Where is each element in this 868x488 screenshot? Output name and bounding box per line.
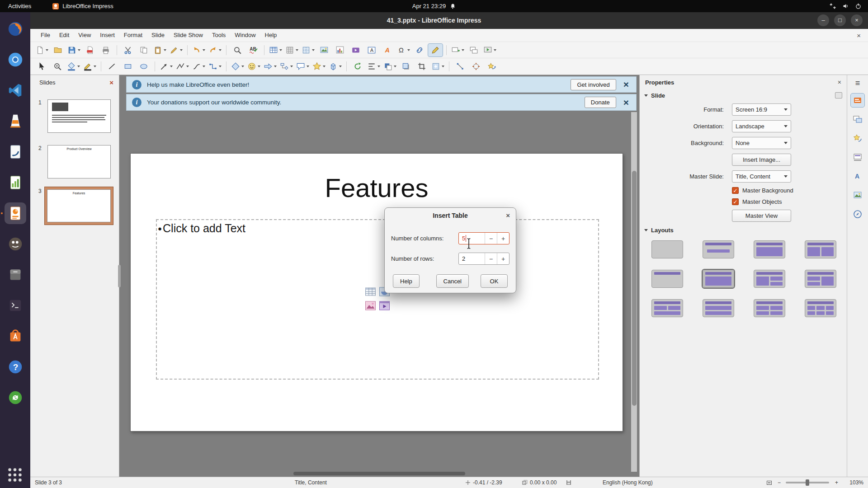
cancel-button[interactable]: Cancel xyxy=(436,274,469,288)
snap-guides-button[interactable] xyxy=(301,44,316,56)
dock-item-vlc[interactable] xyxy=(5,110,26,132)
slides-panel-close-button[interactable]: × xyxy=(109,79,113,86)
animation-button[interactable] xyxy=(485,60,499,73)
3d-objects-tool[interactable] xyxy=(328,60,343,73)
fontwork-button[interactable]: A xyxy=(380,44,395,56)
image-filter-button[interactable] xyxy=(430,60,445,73)
symbol-shapes-tool[interactable] xyxy=(246,60,261,73)
dock-item-terminal[interactable] xyxy=(5,295,26,316)
cut-button[interactable] xyxy=(121,44,135,56)
layout-option-4[interactable] xyxy=(805,240,836,258)
language-status[interactable]: English (Hong Kong) xyxy=(603,477,653,488)
insert-image-button[interactable] xyxy=(317,44,331,56)
clone-formatting-button[interactable] xyxy=(169,44,184,56)
tab-properties[interactable] xyxy=(851,94,864,107)
special-character-button[interactable]: Ω xyxy=(396,44,411,56)
tab-styles[interactable]: A xyxy=(851,169,864,183)
dock-item-help[interactable]: ? xyxy=(5,356,26,378)
master-view-button[interactable]: Master View xyxy=(732,210,791,222)
slide-2-thumbnail[interactable]: Product Overview xyxy=(47,145,111,178)
arrange-button[interactable] xyxy=(382,60,397,73)
minimize-button[interactable]: – xyxy=(817,14,829,26)
document-modified-indicator[interactable] xyxy=(566,477,571,488)
orientation-dropdown[interactable]: Landscape xyxy=(732,120,791,132)
layout-option-12[interactable] xyxy=(805,299,836,317)
placeholder-insert-table-icon[interactable] xyxy=(365,286,377,298)
fit-slide-button[interactable] xyxy=(766,477,772,488)
slide-title-text[interactable]: Features xyxy=(131,173,623,203)
dock-item-files[interactable] xyxy=(5,264,26,286)
dock-item-libreoffice-impress[interactable] xyxy=(5,202,26,224)
hyperlink-button[interactable] xyxy=(412,44,427,56)
start-slideshow-button[interactable] xyxy=(482,44,497,56)
undo-button[interactable] xyxy=(191,44,206,56)
layouts-section-header[interactable]: Layouts xyxy=(640,224,847,236)
dock-item-libreoffice-calc[interactable] xyxy=(5,172,26,193)
insert-text-box-button[interactable]: A xyxy=(364,44,379,56)
tab-navigator[interactable] xyxy=(851,207,864,221)
align-objects-button[interactable] xyxy=(366,60,381,73)
save-button[interactable] xyxy=(66,44,81,56)
format-dropdown[interactable]: Screen 16:9 xyxy=(732,103,791,116)
rows-decrement-button[interactable]: − xyxy=(485,253,497,264)
menu-slide[interactable]: Slide xyxy=(147,29,169,42)
insert-media-button[interactable] xyxy=(349,44,363,56)
zoom-slider[interactable] xyxy=(786,482,829,483)
menu-view[interactable]: View xyxy=(74,29,95,42)
menu-tools[interactable]: Tools xyxy=(208,29,230,42)
dialog-close-button[interactable]: × xyxy=(506,208,510,223)
connector-tool[interactable] xyxy=(208,60,222,73)
dock-item-vscode[interactable] xyxy=(5,80,26,101)
master-objects-checkbox[interactable]: ✓ xyxy=(732,198,739,205)
columns-decrement-button[interactable]: − xyxy=(485,233,497,244)
dock-item-libreoffice[interactable] xyxy=(5,141,26,163)
zoom-slider-thumb[interactable] xyxy=(806,479,809,486)
tab-animation[interactable] xyxy=(851,131,864,145)
insert-chart-button[interactable] xyxy=(333,44,347,56)
line-arrow-tool[interactable] xyxy=(159,60,174,73)
flowchart-tool[interactable] xyxy=(279,60,294,73)
donate-button[interactable]: Donate xyxy=(585,97,616,108)
layout-option-3[interactable] xyxy=(754,240,785,258)
slide-3-selection[interactable]: Features xyxy=(44,187,113,225)
dock-item-firefox[interactable] xyxy=(5,18,26,40)
display-grid-button[interactable] xyxy=(284,44,299,56)
infobar-close-button[interactable]: × xyxy=(622,79,631,90)
columns-increment-button[interactable]: + xyxy=(497,233,509,244)
ok-button[interactable]: OK xyxy=(481,274,508,288)
copy-button[interactable] xyxy=(137,44,151,56)
horizontal-scrollbar-thumb[interactable] xyxy=(293,472,465,475)
rotate-tool[interactable] xyxy=(350,60,365,73)
block-arrows-tool[interactable] xyxy=(263,60,278,73)
layout-option-10[interactable] xyxy=(703,299,734,317)
crop-button[interactable] xyxy=(415,60,429,73)
new-slide-button[interactable] xyxy=(450,44,465,56)
show-applications-button[interactable] xyxy=(6,466,24,483)
tab-master-slides[interactable] xyxy=(851,150,864,164)
curve-tool[interactable] xyxy=(191,60,206,73)
slide-section-header[interactable]: Slide xyxy=(640,89,847,101)
properties-close-button[interactable]: × xyxy=(838,79,841,86)
zoom-tool[interactable] xyxy=(50,60,65,73)
tab-gallery[interactable] xyxy=(851,188,864,202)
sidebar-settings-button[interactable]: ≡ xyxy=(855,79,860,88)
maximize-button[interactable]: □ xyxy=(834,14,846,26)
layout-option-9[interactable] xyxy=(651,299,683,317)
open-button[interactable] xyxy=(51,44,65,56)
dock-item-system-app[interactable] xyxy=(5,387,26,408)
vertical-scrollbar-thumb[interactable] xyxy=(632,171,637,406)
stars-banners-tool[interactable] xyxy=(311,60,326,73)
menu-slide-show[interactable]: Slide Show xyxy=(169,29,208,42)
dock-item-web-browser[interactable] xyxy=(5,49,26,70)
zoom-level-label[interactable]: 103% xyxy=(849,477,863,488)
spelling-button[interactable]: AB xyxy=(246,44,260,56)
menu-edit[interactable]: Edit xyxy=(55,29,74,42)
master-background-checkbox[interactable]: ✓ xyxy=(732,187,739,194)
layout-option-5[interactable] xyxy=(651,270,683,288)
vertical-scrollbar[interactable] xyxy=(631,112,637,472)
system-tray[interactable] xyxy=(830,3,862,9)
slide-canvas[interactable]: Features ● Click to add Text xyxy=(130,153,623,432)
layout-option-1[interactable] xyxy=(651,240,683,258)
print-button[interactable] xyxy=(99,44,113,56)
clock-area[interactable]: Apr 21 23:29 xyxy=(412,3,456,9)
